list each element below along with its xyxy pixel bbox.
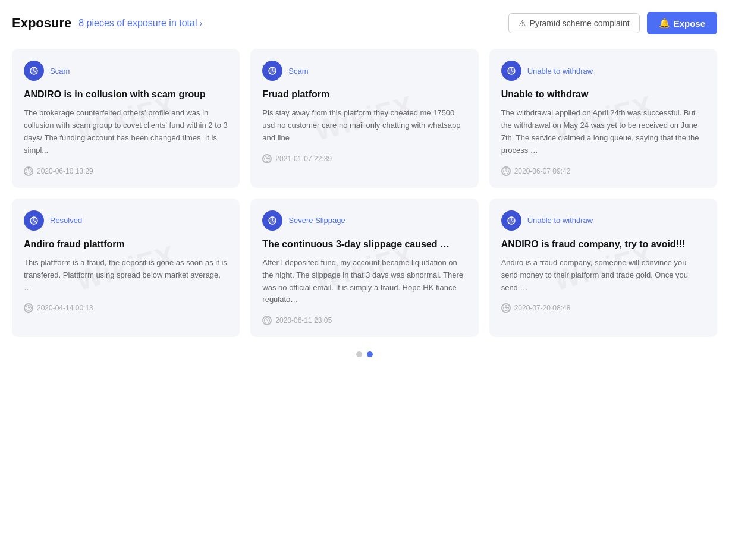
card-item[interactable]: WikiFX Scam ANDIRO is in collusion with … [12,49,240,188]
page-header: Exposure 8 pieces of exposure in total ›… [12,12,717,34]
card-footer: 2020-06-11 23:05 [262,316,466,325]
card-title: Fruad platform [262,88,466,101]
badge-row: Unable to withdraw [501,210,705,231]
header-left: Exposure 8 pieces of exposure in total › [12,15,202,31]
card-footer: 2020-07-20 08:48 [501,303,705,313]
clock-icon [24,166,33,176]
card-title: Unable to withdraw [501,88,705,101]
badge-label: Resolved [50,216,82,225]
badge-row: Unable to withdraw [501,61,705,81]
card-content: Scam Fruad platform Pls stay away from t… [262,61,466,163]
card-date: 2020-07-20 08:48 [514,304,571,312]
badge-label: Unable to withdraw [527,67,593,75]
card-content: Resolved Andiro fraud plattform This pla… [24,210,228,313]
card-content: Severe Slippage The continuous 3-day sli… [262,210,466,326]
card-body: After I deposited fund, my account becam… [262,257,466,306]
card-footer: 2020-04-14 00:13 [24,303,228,313]
pagination-dot[interactable] [367,351,373,357]
card-item[interactable]: WikiFX Scam Fruad platform Pls stay away… [250,49,478,188]
card-date: 2020-04-14 00:13 [37,304,93,312]
card-body: The brokerage counterfeited others' prof… [24,107,228,156]
card-content: Unable to withdraw ANDIRO is fraud compa… [501,210,705,313]
count-chevron: › [200,18,203,28]
expose-button[interactable]: 🔔 Expose [647,12,717,34]
badge-row: Scam [24,61,228,81]
clock-icon [501,303,511,313]
clock-icon [501,166,511,176]
badge-row: Severe Slippage [262,210,466,231]
card-title: ANDIRO is fraud company, try to avoid!!! [501,238,705,251]
card-title: ANDIRO is in collusion with scam group [24,88,228,101]
card-item[interactable]: WikiFX Unable to withdraw Unable to with… [489,49,717,188]
badge-label: Scam [288,67,308,75]
pagination [12,351,717,357]
clock-icon [24,303,33,313]
card-date: 2020-06-10 13:29 [37,167,93,175]
badge-row: Scam [262,61,466,81]
badge-label: Severe Slippage [288,216,345,225]
card-item[interactable]: WikiFX Resolved Andiro fraud plattform T… [12,199,240,338]
badge-icon [501,210,521,231]
badge-row: Resolved [24,210,228,231]
exposure-count[interactable]: 8 pieces of exposure in total › [78,18,202,29]
badge-icon [24,61,44,81]
bell-icon: 🔔 [659,18,670,29]
card-footer: 2020-06-07 09:42 [501,166,705,176]
card-body: Pls stay away from this platform they ch… [262,107,466,144]
badge-label: Unable to withdraw [527,216,593,225]
cards-grid: WikiFX Scam ANDIRO is in collusion with … [12,49,717,337]
card-date: 2020-06-11 23:05 [275,316,332,325]
pyramid-complaint-button[interactable]: ⚠ Pyramid scheme complaint [508,13,640,33]
badge-label: Scam [50,67,70,75]
badge-icon [501,61,521,81]
card-body: Andiro is a fraud company, someone will … [501,257,705,294]
pyramid-label: Pyramid scheme complaint [530,18,630,28]
card-title: The continuous 3-day slippage caused … [262,238,466,251]
card-content: Scam ANDIRO is in collusion with scam gr… [24,61,228,176]
warning-icon: ⚠ [519,18,526,28]
pagination-dot[interactable] [356,351,362,357]
card-footer: 2021-01-07 22:39 [262,154,466,163]
card-footer: 2020-06-10 13:29 [24,166,228,176]
card-item[interactable]: WikiFX Unable to withdraw ANDIRO is frau… [489,199,717,338]
card-body: This plattform is a fraud, the deposit i… [24,257,228,294]
expose-label: Expose [674,18,705,29]
card-title: Andiro fraud plattform [24,238,228,251]
clock-icon [262,316,272,325]
card-date: 2020-06-07 09:42 [514,167,571,175]
count-text: 8 pieces of exposure in total [78,18,197,29]
card-item[interactable]: WikiFX Severe Slippage The continuous 3-… [250,199,478,338]
card-body: The withdrawal applied on April 24th was… [501,107,705,156]
clock-icon [262,154,272,163]
badge-icon [24,210,44,231]
badge-icon [262,61,282,81]
header-right: ⚠ Pyramid scheme complaint 🔔 Expose [508,12,717,34]
page-title: Exposure [12,15,71,31]
badge-icon [262,210,282,231]
card-content: Unable to withdraw Unable to withdraw Th… [501,61,705,176]
card-date: 2021-01-07 22:39 [275,155,332,163]
